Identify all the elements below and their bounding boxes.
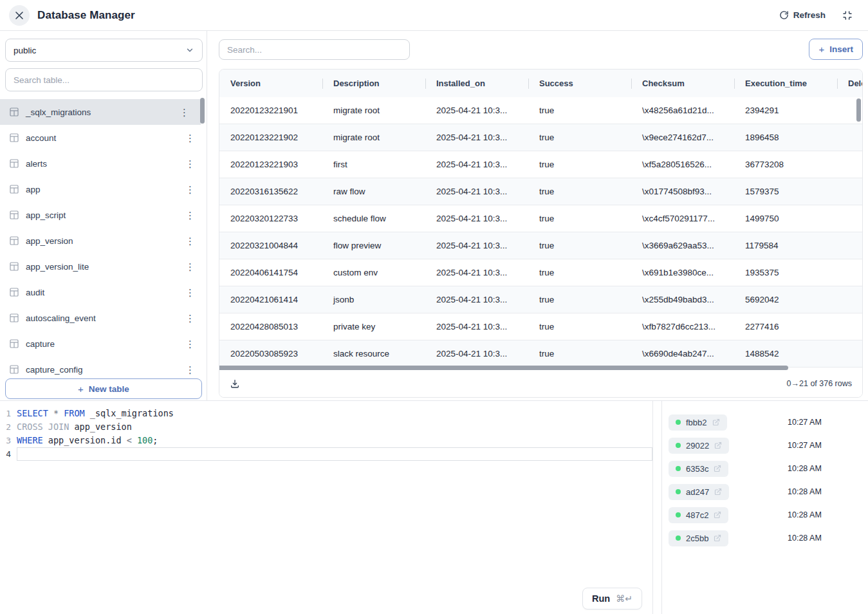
run-history-pill[interactable]: 29022 (669, 438, 729, 454)
close-button[interactable] (9, 5, 30, 26)
table-cell: 20220321004844 (219, 241, 322, 250)
sidebar-table-item[interactable]: _sqlx_migrations ⋮ (0, 99, 201, 125)
table-menu-button[interactable]: ⋮ (183, 132, 198, 144)
editor-line[interactable]: 2CROSS JOIN app_version (0, 420, 652, 434)
table-cell: 1179584 (734, 241, 837, 250)
table-name: alerts (26, 159, 47, 169)
run-id: 487c2 (686, 510, 708, 520)
table-row[interactable]: 20220123221902migrate root2025-04-21 10:… (219, 124, 862, 151)
editor-line[interactable]: 3WHERE app_version.id < 100; (0, 434, 652, 447)
table-menu-button[interactable]: ⋮ (183, 364, 198, 376)
external-link-icon (714, 511, 721, 519)
table-menu-button[interactable]: ⋮ (183, 183, 198, 196)
run-history-pill[interactable]: 2c5bb (669, 530, 728, 546)
run-history-row: ad247 10:28 AM (662, 480, 868, 503)
table-row[interactable]: 20220428085013private key2025-04-21 10:3… (219, 313, 862, 340)
table-cell: 2025-04-21 10:3... (425, 187, 528, 196)
editor-line[interactable]: 1SELECT * FROM _sqlx_migrations (0, 407, 652, 420)
code-text: WHERE app_version.id < 100; (17, 434, 652, 447)
run-history-pill[interactable]: ad247 (669, 484, 729, 500)
run-history-pill[interactable]: 6353c (669, 461, 728, 477)
table-name: account (26, 133, 56, 143)
run-time: 10:27 AM (788, 441, 822, 450)
refresh-button[interactable]: Refresh (779, 10, 826, 20)
sidebar-table-item[interactable]: capture_config ⋮ (0, 357, 207, 379)
data-grid-card: VersionDescriptionInstalled_onSuccessChe… (219, 69, 863, 398)
grid-body: 20220123221901migrate root2025-04-21 10:… (219, 97, 862, 367)
table-cell: 1499750 (734, 214, 837, 223)
table-menu-button[interactable]: ⋮ (183, 235, 198, 247)
collapse-button[interactable] (842, 10, 853, 21)
column-header[interactable]: Execution_time (734, 79, 837, 88)
sidebar-table-item[interactable]: app_version ⋮ (0, 228, 207, 254)
schema-select-value: public (14, 46, 36, 55)
column-header[interactable]: Checksum (631, 79, 734, 88)
download-icon (230, 378, 240, 389)
grid-vertical-scrollbar[interactable] (856, 98, 861, 122)
success-dot-icon (676, 512, 681, 517)
table-cell: flow preview (322, 241, 425, 250)
run-history-pill[interactable]: 487c2 (669, 507, 728, 523)
table-cell: 2025-04-21 10:3... (425, 268, 528, 277)
table-row[interactable]: 20220421061414jsonb2025-04-21 10:3...tru… (219, 286, 862, 313)
run-id: 6353c (686, 464, 708, 474)
run-time: 10:27 AM (788, 418, 822, 427)
table-row[interactable]: 20220316135622raw flow2025-04-21 10:3...… (219, 178, 862, 205)
table-row[interactable]: 20220123221901migrate root2025-04-21 10:… (219, 97, 862, 124)
column-header[interactable]: Success (528, 79, 631, 88)
column-header[interactable]: Version (219, 79, 322, 88)
page-title: Database Manager (37, 9, 135, 22)
sidebar-table-item[interactable]: app_script ⋮ (0, 202, 207, 228)
sidebar-table-item[interactable]: app ⋮ (0, 176, 207, 202)
table-cell: \xf5a280516526... (631, 160, 734, 169)
table-search-input[interactable] (5, 68, 203, 91)
table-cell: 20220406141754 (219, 268, 322, 277)
table-menu-button[interactable]: ⋮ (183, 312, 198, 324)
success-dot-icon (676, 535, 681, 541)
table-menu-button[interactable]: ⋮ (183, 338, 198, 350)
column-header[interactable]: Installed_on (425, 79, 528, 88)
grid-horizontal-scrollbar[interactable] (219, 366, 862, 370)
table-cell: 2025-04-21 10:3... (425, 295, 528, 304)
table-cell: \x255db49babd3... (631, 295, 734, 304)
table-menu-button[interactable]: ⋮ (177, 106, 192, 118)
table-menu-button[interactable]: ⋮ (183, 261, 198, 273)
insert-button[interactable]: + Insert (809, 39, 863, 60)
table-cell: 2025-04-21 10:3... (425, 106, 528, 115)
table-menu-button[interactable]: ⋮ (183, 209, 198, 221)
sql-editor[interactable]: 1SELECT * FROM _sqlx_migrations2CROSS JO… (0, 401, 653, 614)
sidebar-table-item[interactable]: capture ⋮ (0, 331, 207, 357)
table-row[interactable]: 20220123221903first2025-04-21 10:3...tru… (219, 151, 862, 178)
column-header[interactable]: Deleted (837, 79, 862, 88)
download-button[interactable] (230, 378, 240, 389)
table-row[interactable]: 20220406141754custom env2025-04-21 10:3.… (219, 259, 862, 286)
external-link-icon (714, 465, 721, 472)
success-dot-icon (676, 466, 681, 471)
grid-search-input[interactable] (219, 39, 410, 60)
table-row[interactable]: 20220320122733schedule flow2025-04-21 10… (219, 205, 862, 232)
table-cell: migrate root (322, 133, 425, 142)
run-button[interactable]: Run ⌘↵ (582, 588, 642, 609)
sidebar-table-item[interactable]: autoscaling_event ⋮ (0, 305, 207, 331)
table-cell: \x01774508bf93... (631, 187, 734, 196)
table-row[interactable]: 20220503085923slack resource2025-04-21 1… (219, 340, 862, 367)
sidebar-table-item[interactable]: account ⋮ (0, 125, 207, 151)
table-menu-button[interactable]: ⋮ (183, 286, 198, 299)
sidebar-table-item[interactable]: alerts ⋮ (0, 151, 207, 176)
table-icon (9, 287, 19, 297)
column-header[interactable]: Description (322, 79, 425, 88)
run-time: 10:28 AM (788, 534, 822, 543)
table-icon (9, 364, 19, 375)
sidebar-table-item[interactable]: app_version_lite ⋮ (0, 254, 207, 279)
editor-active-line[interactable]: 4 (0, 447, 652, 461)
line-number: 4 (0, 449, 17, 459)
new-table-button[interactable]: + New table (5, 378, 202, 399)
sidebar-table-item[interactable]: audit ⋮ (0, 279, 207, 305)
sidebar-scrollbar[interactable] (200, 98, 205, 124)
table-row[interactable]: 20220321004844flow preview2025-04-21 10:… (219, 232, 862, 259)
schema-select[interactable]: public (5, 39, 203, 62)
run-history-pill[interactable]: fbbb2 (669, 414, 727, 431)
table-cell: true (528, 106, 631, 115)
table-menu-button[interactable]: ⋮ (183, 158, 198, 170)
table-cell: 1935375 (734, 268, 837, 277)
